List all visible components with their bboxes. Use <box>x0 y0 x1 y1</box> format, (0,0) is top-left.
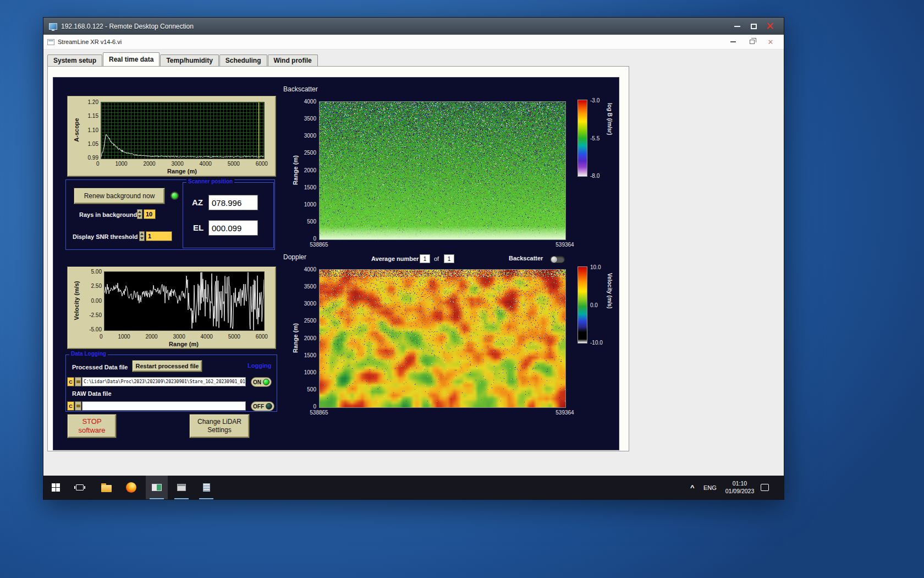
windows-logo-icon <box>52 483 60 492</box>
tab-wind-profile[interactable]: Wind profile <box>268 54 318 66</box>
average-of-label: of <box>434 255 439 262</box>
task-view-button[interactable] <box>69 476 91 499</box>
background-controls-group: Renew background now Rays in background … <box>65 179 275 250</box>
backscatter-y-axis-label: Range (m) <box>292 155 299 185</box>
tick-label: 0.00 <box>91 298 102 304</box>
app-close-button[interactable] <box>761 35 780 49</box>
doppler-x-ticks: 538865 539364 <box>319 410 565 416</box>
average-number-field[interactable]: 1 <box>420 254 430 263</box>
start-button[interactable] <box>45 476 67 499</box>
processed-data-file-label: Processed Data file <box>72 364 128 370</box>
az-value-field[interactable]: 078.996 <box>208 195 258 210</box>
tick-label: 0.0 <box>590 302 598 308</box>
velocity-y-axis-label: Velocity (m/s) <box>73 281 80 320</box>
tick-label: 1000 <box>304 369 316 375</box>
backscatter-colorbar-label: log B (/m/sr) <box>607 103 613 135</box>
tick-label: 2000 <box>143 161 155 167</box>
tick-label: -5.5 <box>590 135 600 141</box>
tick-label: 500 <box>307 219 316 225</box>
backscatter-title: Backscatter <box>283 85 318 93</box>
processed-path-field[interactable]: C:\Lidar\Data\Proc\2023\202309\20230901\… <box>82 377 246 386</box>
rdp-title: 192.168.0.122 - Remote Desktop Connectio… <box>61 23 194 30</box>
rdp-close-button[interactable] <box>762 20 778 32</box>
tick-label: -8.0 <box>590 173 600 179</box>
file-explorer-button[interactable] <box>95 476 117 499</box>
raw-browse-button[interactable] <box>75 401 81 411</box>
renew-background-button[interactable]: Renew background now <box>74 188 165 204</box>
tick-label: 1.15 <box>88 113 98 119</box>
rays-value-field[interactable]: 10 <box>144 209 156 219</box>
tick-label: 4000 <box>201 334 213 340</box>
language-indicator[interactable]: ENG <box>703 476 717 499</box>
data-logging-title: Data Logging <box>69 351 108 357</box>
tab-scheduling[interactable]: Scheduling <box>219 54 267 66</box>
folder-icon <box>76 380 80 383</box>
maximize-icon <box>751 24 757 29</box>
scan-scheduler-button[interactable] <box>170 476 193 499</box>
tick-label: 1500 <box>304 184 316 190</box>
ascope-graph-panel: A-scope 1.201.151.101.050.99 01000200030… <box>67 96 276 177</box>
tab-system-setup[interactable]: System setup <box>47 54 102 66</box>
tick-label: 4000 <box>304 266 316 272</box>
streamline-app-button[interactable] <box>146 476 168 499</box>
ascope-plot <box>101 102 265 159</box>
snr-value-field[interactable]: 1 <box>146 231 172 241</box>
rdp-window: 192.168.0.122 - Remote Desktop Connectio… <box>43 17 784 500</box>
velocity-y-ticks: 5.002.500.00-2.50-5.00 <box>84 269 102 332</box>
app-window-controls <box>724 35 780 49</box>
velocity-x-ticks: 0100020003000400050006000 <box>100 334 268 340</box>
tick-label: 4000 <box>200 161 212 167</box>
stop-software-button[interactable]: STOP software <box>67 414 117 438</box>
tick-label: 3500 <box>304 116 316 122</box>
average-total-field[interactable]: 1 <box>444 254 454 263</box>
hidden-icons-button[interactable] <box>690 476 695 499</box>
raw-drive-box[interactable]: C <box>67 401 74 411</box>
firefox-button[interactable] <box>120 476 142 499</box>
ascope-x-axis-label: Range (m) <box>101 168 263 175</box>
average-number-label: Average number <box>371 255 419 262</box>
app-title: StreamLine XR v14-6.vi <box>58 39 122 45</box>
tick-label: 1000 <box>115 161 127 167</box>
rdp-maximize-button[interactable] <box>745 20 762 32</box>
tick-label: 3500 <box>304 283 316 290</box>
raw-logging-toggle[interactable]: OFF <box>251 401 274 411</box>
rays-spinner[interactable] <box>137 209 142 219</box>
raw-path-field[interactable] <box>82 401 246 411</box>
document-app-button[interactable] <box>195 476 217 499</box>
doppler-backscatter-switch[interactable] <box>550 256 565 263</box>
backscatter-colorbar <box>578 100 587 177</box>
processed-toggle-label: ON <box>253 379 261 385</box>
change-lidar-settings-button[interactable]: Change LiDAR Settings <box>189 414 250 438</box>
main-panel: A-scope 1.201.151.101.050.99 01000200030… <box>53 77 619 450</box>
app-restore-button[interactable] <box>743 35 761 49</box>
processed-logging-toggle[interactable]: ON <box>251 377 272 387</box>
tick-label: 2.50 <box>91 283 102 289</box>
rdp-titlebar[interactable]: 192.168.0.122 - Remote Desktop Connectio… <box>43 18 784 35</box>
velocity-x-axis-label: Range (m) <box>104 341 263 347</box>
tick-label: 1500 <box>304 352 316 358</box>
logging-label: Logging <box>248 362 271 369</box>
rdp-minimize-button[interactable] <box>729 20 745 32</box>
tick-label: 3000 <box>172 161 184 167</box>
rdp-window-controls <box>729 20 778 32</box>
tab-real-time-data[interactable]: Real time data <box>103 52 160 66</box>
ascope-y-axis-label: A-scope <box>73 118 80 141</box>
snr-spinner[interactable] <box>139 231 145 241</box>
switch-knob-icon <box>551 256 558 263</box>
backscatter-heatmap <box>319 101 566 240</box>
real-time-data-page: A-scope 1.201.151.101.050.99 01000200030… <box>47 66 629 451</box>
tick-label: 4000 <box>304 99 316 105</box>
doppler-x-start: 538865 <box>310 410 328 416</box>
app-minimize-button[interactable] <box>724 35 743 49</box>
el-value-field[interactable]: 000.099 <box>208 220 258 236</box>
tick-label: 10.0 <box>590 264 601 270</box>
doppler-y-ticks: 40003500300025002000150010005000 <box>299 266 316 410</box>
taskbar-clock[interactable]: 01:10 01/09/2023 <box>719 476 761 499</box>
tab-temp-humidity[interactable]: Temp/humidity <box>160 54 218 66</box>
action-center-icon[interactable] <box>761 484 769 491</box>
tick-label: 2500 <box>304 150 316 156</box>
restart-processed-file-button[interactable]: Restart processed file <box>132 360 202 372</box>
processed-drive-box[interactable]: C <box>67 377 74 386</box>
app-titlebar[interactable]: StreamLine XR v14-6.vi <box>43 35 784 50</box>
processed-browse-button[interactable] <box>75 377 81 386</box>
